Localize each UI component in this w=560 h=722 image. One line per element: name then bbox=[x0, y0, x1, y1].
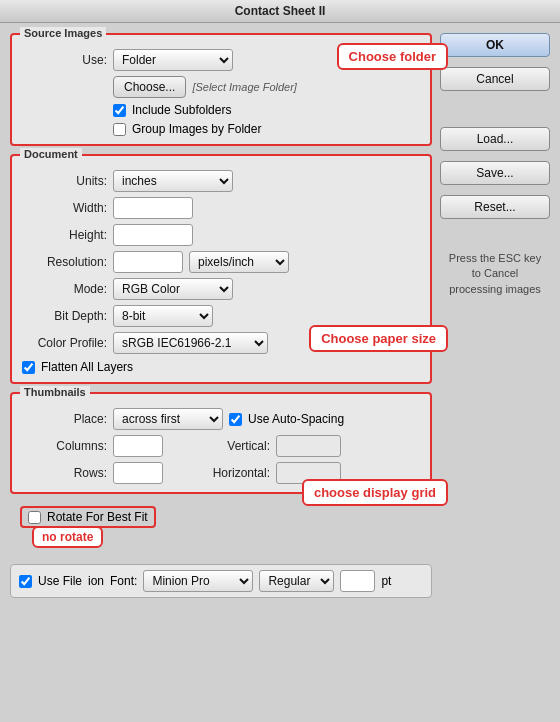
height-label: Height: bbox=[22, 228, 107, 242]
horizontal-label: Horizontal: bbox=[185, 466, 270, 480]
font-select[interactable]: Minion Pro Arial Helvetica Times New Rom… bbox=[143, 570, 253, 592]
font-style-select[interactable]: Regular Bold Italic bbox=[259, 570, 334, 592]
flatten-layers-label: Flatten All Layers bbox=[41, 360, 133, 374]
resolution-unit-select[interactable]: pixels/inch pixels/cm bbox=[189, 251, 289, 273]
source-images-section: Source Images Use: Folder File All Open … bbox=[10, 33, 432, 146]
place-label: Place: bbox=[22, 412, 107, 426]
horizontal-input[interactable]: 0.014 in bbox=[276, 462, 341, 484]
reset-button[interactable]: Reset... bbox=[440, 195, 550, 219]
units-select[interactable]: inches cm pixels bbox=[113, 170, 233, 192]
resolution-input[interactable]: 300 bbox=[113, 251, 183, 273]
use-filename-checkbox[interactable] bbox=[19, 575, 32, 588]
columns-input[interactable]: 5 bbox=[113, 435, 163, 457]
place-select[interactable]: across first down first bbox=[113, 408, 223, 430]
mode-select[interactable]: RGB Color Grayscale CMYK Color Lab Color bbox=[113, 278, 233, 300]
vertical-label: Vertical: bbox=[185, 439, 270, 453]
bottom-bar-area: Use File ion Font: Minion Pro Arial Helv… bbox=[10, 564, 432, 598]
rotate-checkbox[interactable] bbox=[28, 511, 41, 524]
vertical-input[interactable]: 0.014 in bbox=[276, 435, 341, 457]
font-label: Font: bbox=[110, 574, 137, 588]
width-input[interactable]: 8 bbox=[113, 197, 193, 219]
thumbnails-section: Thumbnails Place: across first down firs… bbox=[10, 392, 432, 494]
group-by-folder-label: Group Images by Folder bbox=[132, 122, 261, 136]
bit-depth-label: Bit Depth: bbox=[22, 309, 107, 323]
right-panel: OK Cancel Load... Save... Reset... Press… bbox=[440, 33, 550, 709]
columns-label: Columns: bbox=[22, 439, 107, 453]
group-by-folder-checkbox[interactable] bbox=[113, 123, 126, 136]
height-input[interactable]: 10 bbox=[113, 224, 193, 246]
include-subfolders-checkbox[interactable] bbox=[113, 104, 126, 117]
esc-text: Press the ESC key to Cancel processing i… bbox=[440, 245, 550, 303]
color-profile-select[interactable]: sRGB IEC61966-2.1 Adobe RGB (1998) bbox=[113, 332, 268, 354]
auto-spacing-label: Use Auto-Spacing bbox=[248, 412, 344, 426]
rotate-label: Rotate For Best Fit bbox=[47, 510, 148, 524]
font-size-input[interactable]: 12 bbox=[340, 570, 375, 592]
bit-depth-select[interactable]: 8-bit 16-bit 32-bit bbox=[113, 305, 213, 327]
select-folder-text: [Select Image Folder] bbox=[192, 81, 297, 93]
save-button[interactable]: Save... bbox=[440, 161, 550, 185]
load-button[interactable]: Load... bbox=[440, 127, 550, 151]
rows-input[interactable]: 6 bbox=[113, 462, 163, 484]
rows-label: Rows: bbox=[22, 466, 107, 480]
title-bar: Contact Sheet II bbox=[0, 0, 560, 23]
use-select[interactable]: Folder File All Open Files Import bbox=[113, 49, 233, 71]
pt-label: pt bbox=[381, 574, 391, 588]
choose-button[interactable]: Choose... bbox=[113, 76, 186, 98]
font-bar: Use File ion Font: Minion Pro Arial Helv… bbox=[10, 564, 432, 598]
no-rotate-annotation: no rotate bbox=[32, 526, 103, 548]
mode-label: Mode: bbox=[22, 282, 107, 296]
width-label: Width: bbox=[22, 201, 107, 215]
use-filename-label: Use File bbox=[38, 574, 82, 588]
color-profile-label: Color Profile: bbox=[22, 336, 107, 350]
ok-button[interactable]: OK bbox=[440, 33, 550, 57]
units-label: Units: bbox=[22, 174, 107, 188]
thumbnails-label: Thumbnails bbox=[20, 386, 90, 398]
filename-suffix: ion bbox=[88, 574, 104, 588]
resolution-label: Resolution: bbox=[22, 255, 107, 269]
source-images-label: Source Images bbox=[20, 27, 106, 39]
cancel-button[interactable]: Cancel bbox=[440, 67, 550, 91]
include-subfolders-label: Include Subfolders bbox=[132, 103, 231, 117]
use-label: Use: bbox=[22, 53, 107, 67]
flatten-layers-checkbox[interactable] bbox=[22, 361, 35, 374]
auto-spacing-checkbox[interactable] bbox=[229, 413, 242, 426]
rotate-section: Rotate For Best Fit no rotate bbox=[10, 502, 432, 528]
document-section: Document Units: inches cm pixels Width: … bbox=[10, 154, 432, 384]
document-label: Document bbox=[20, 148, 82, 160]
